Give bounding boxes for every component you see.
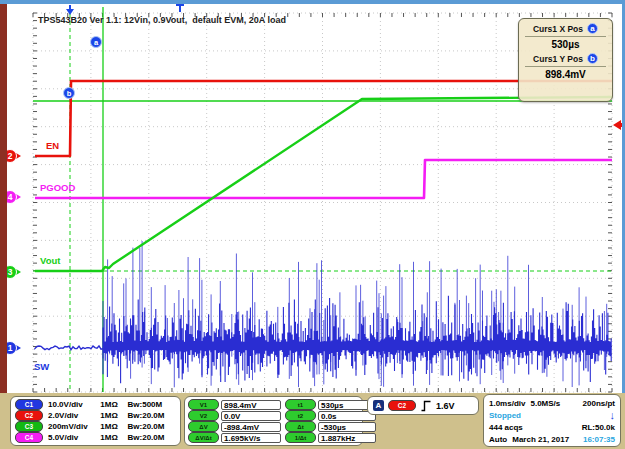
datetime-row: Auto March 21, 2017 16:07:35 xyxy=(489,433,615,445)
wave-label-pgood: PGOOD xyxy=(40,182,76,193)
meas-row-dvdt: ΔV/Δt 1.695kV/s xyxy=(188,432,281,443)
window-left-border xyxy=(0,4,7,449)
knob-b-icon[interactable]: b xyxy=(587,53,598,64)
sample-rate: 5.0MS/s xyxy=(530,399,560,408)
window-top-border xyxy=(0,0,625,4)
meas-row-t2: t2 0.0s xyxy=(285,410,376,421)
trigger-status-box[interactable]: A C2 1.6V xyxy=(367,396,479,415)
trigger-level-arrow[interactable] xyxy=(613,120,622,130)
inv-dt-badge: 1/Δt xyxy=(285,432,316,443)
channel-2-marker-label: 2 xyxy=(8,151,13,161)
acquisition-count: 444 acqs xyxy=(489,423,523,432)
timebase-row: 1.0ms/div 5.0MS/s 200ns/pt xyxy=(489,397,615,409)
time: 16:07:35 xyxy=(583,435,615,444)
channel-4-marker-label: 4 xyxy=(8,192,13,202)
trigger-mode: Auto xyxy=(489,435,507,444)
meas-row-v2: V2 0.0V xyxy=(188,410,281,421)
delta-v-badge: ΔV xyxy=(188,421,219,432)
rising-edge-icon xyxy=(420,400,432,412)
annotation-title: TPS543B20 Ver 1.1: 12Vin, 0.9Vout, defau… xyxy=(38,15,286,25)
trace-vout xyxy=(35,97,612,271)
cursor-time-column: t1 530µs t2 0.0s Δt -530µs 1/Δt 1.887kHz xyxy=(285,399,376,443)
ch4-scale: 5.0V/div xyxy=(43,433,100,442)
ch2-badge[interactable]: C2 xyxy=(15,410,43,421)
trace-pgood xyxy=(35,160,612,198)
t1-badge: t1 xyxy=(285,399,316,410)
ch3-bandwidth: Bw:20.0M xyxy=(128,422,176,431)
cursor1-x-label: Curs1 X Pos xyxy=(533,24,583,34)
record-length: RL:50.0k xyxy=(582,423,615,432)
dv-dt-badge: ΔV/Δt xyxy=(188,432,219,443)
ch1-bandwidth: Bw:500M xyxy=(128,400,176,409)
dv-dt-value: 1.695kV/s xyxy=(221,433,281,443)
status-panel: C1 10.0V/div 1MΩ Bw:500M C2 2.0V/div 1MΩ… xyxy=(0,393,625,449)
ch1-badge[interactable]: C1 xyxy=(15,399,43,410)
date: March 21, 2017 xyxy=(512,435,569,444)
delta-t-badge: Δt xyxy=(285,421,316,432)
meas-row-1dt: 1/Δt 1.887kHz xyxy=(285,432,376,443)
trigger-level: 1.6V xyxy=(436,401,455,411)
meas-row-dv: ΔV -898.4mV xyxy=(188,421,281,432)
channel-row-c1[interactable]: C1 10.0V/div 1MΩ Bw:500M xyxy=(15,399,176,410)
ch4-impedance: 1MΩ xyxy=(100,433,127,442)
trigger-position-icon: ↓ xyxy=(610,410,616,420)
v1-value: 898.4mV xyxy=(221,400,281,410)
channel-1-marker-label: 1 xyxy=(8,343,13,353)
cursor-measurement-box: V1 898.4mV V2 0.0V ΔV -898.4mV ΔV/Δt 1.6… xyxy=(184,396,363,446)
divider xyxy=(525,66,606,67)
ch2-scale: 2.0V/div xyxy=(43,411,100,420)
meas-row-v1: V1 898.4mV xyxy=(188,399,281,410)
timebase-scale: 1.0ms/div xyxy=(489,399,525,408)
ch2-bandwidth: Bw:20.0M xyxy=(128,411,176,420)
acq-count-row: 444 acqs RL:50.0k xyxy=(489,421,615,433)
knob-b-marker-label: b xyxy=(67,89,72,98)
cursor1-x-value: 530µs xyxy=(525,39,606,50)
ch4-badge[interactable]: C4 xyxy=(15,432,43,443)
wave-label-sw: SW xyxy=(34,361,49,372)
trigger-source-badge: C2 xyxy=(388,400,416,411)
cursor1-y-value: 898.4mV xyxy=(525,69,606,80)
ch2-impedance: 1MΩ xyxy=(100,411,127,420)
channel-row-c3[interactable]: C3 200mV/div 1MΩ Bw:20.0M xyxy=(15,421,176,432)
channel-3-marker-label: 3 xyxy=(8,267,13,277)
cursor-readout-box: Curs1 X Pos a 530µs Curs1 Y Pos b 898.4m… xyxy=(518,18,613,102)
ch1-scale: 10.0V/div xyxy=(43,400,100,409)
cursor1-y-label: Curs1 Y Pos xyxy=(533,54,583,64)
channel-row-c2[interactable]: C2 2.0V/div 1MΩ Bw:20.0M xyxy=(15,410,176,421)
ch3-scale: 200mV/div xyxy=(43,422,100,431)
ch3-badge[interactable]: C3 xyxy=(15,421,43,432)
trigger-mode-a-badge: A xyxy=(373,400,384,411)
sample-resolution: 200ns/pt xyxy=(583,399,615,408)
cursor-voltage-column: V1 898.4mV V2 0.0V ΔV -898.4mV ΔV/Δt 1.6… xyxy=(188,399,281,443)
t2-badge: t2 xyxy=(285,410,316,421)
delta-v-value: -898.4mV xyxy=(221,422,281,432)
v2-value: 0.0V xyxy=(221,411,281,421)
acq-status-row: Stopped ↓ xyxy=(489,409,615,421)
cursor1-y-label-row: Curs1 Y Pos b xyxy=(525,53,606,64)
divider xyxy=(525,36,606,37)
ch1-impedance: 1MΩ xyxy=(100,400,127,409)
meas-row-t1: t1 530µs xyxy=(285,399,376,410)
horizontal-reference-icon[interactable] xyxy=(176,5,184,12)
channel-settings-box: C1 10.0V/div 1MΩ Bw:500M C2 2.0V/div 1MΩ… xyxy=(10,396,181,446)
cursor1-x-label-row: Curs1 X Pos a xyxy=(525,23,606,34)
knob-a-icon[interactable]: a xyxy=(587,23,598,34)
ch4-bandwidth: Bw:20.0M xyxy=(128,433,176,442)
meas-row-dt: Δt -530µs xyxy=(285,421,376,432)
ch3-impedance: 1MΩ xyxy=(100,422,127,431)
channel-row-c4[interactable]: C4 5.0V/div 1MΩ Bw:20.0M xyxy=(15,432,176,443)
wave-label-vout: Vout xyxy=(40,255,61,266)
graticule-area: 2431ENPGOODVoutSWab TPS543B20 Ver 1.1: 1… xyxy=(7,4,622,394)
delta-t-value: -530µs xyxy=(318,422,376,432)
v2-badge: V2 xyxy=(188,410,219,421)
trace-sw-baseline xyxy=(35,346,103,350)
oscilloscope-screen: 2431ENPGOODVoutSWab TPS543B20 Ver 1.1: 1… xyxy=(0,0,625,449)
wave-label-en: EN xyxy=(46,140,59,151)
inv-dt-value: 1.887kHz xyxy=(318,433,376,443)
timebase-acquisition-box: 1.0ms/div 5.0MS/s 200ns/pt Stopped ↓ 444… xyxy=(483,394,621,447)
acquisition-status: Stopped xyxy=(489,411,521,420)
v1-badge: V1 xyxy=(188,399,219,410)
